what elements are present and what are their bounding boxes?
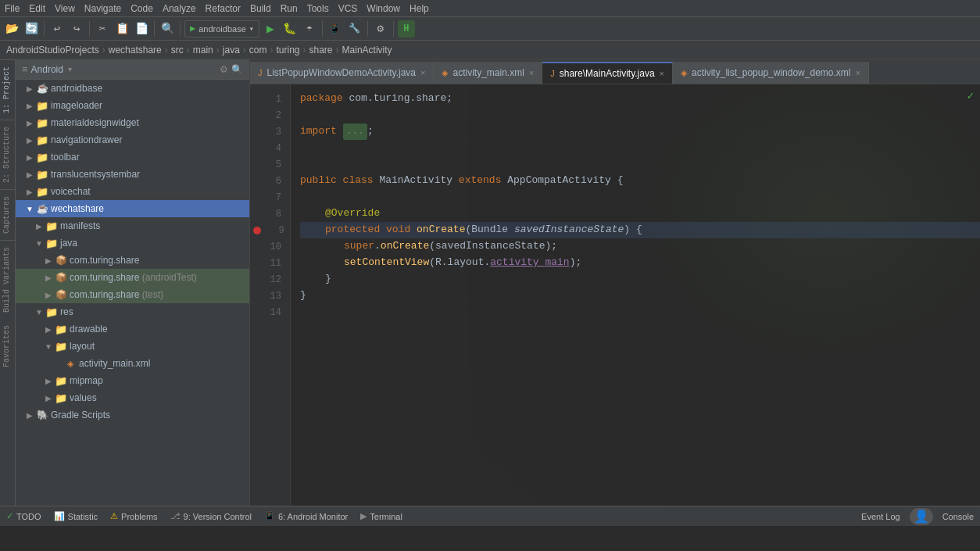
status-problems[interactable]: ⚠ Problems <box>110 511 157 521</box>
code-line-9: protected void onCreate(Bundle savedInst… <box>300 222 980 238</box>
tab-activity-main-xml-close[interactable]: × <box>529 68 534 77</box>
panel-favorites[interactable]: Favorites <box>0 319 15 374</box>
tab-activity-main-xml[interactable]: ◈ activity_main.xml × <box>434 62 542 84</box>
tree-item-translucentsystembar[interactable]: ▶ 📁 translucentsystembar <box>16 166 249 183</box>
menu-file[interactable]: File <box>5 3 20 14</box>
panel-build-variants[interactable]: Build Variants <box>0 240 15 319</box>
tree-item-gradle-scripts[interactable]: ▶ 🐘 Gradle Scripts <box>16 406 249 424</box>
status-terminal[interactable]: ▶ Terminal <box>360 511 402 521</box>
sep6 <box>367 21 368 37</box>
tab-listpopup[interactable]: J ListPopupWindowDemoActivity.java × <box>250 62 434 84</box>
avd-btn[interactable]: 📱 <box>327 20 344 38</box>
menu-tools[interactable]: Tools <box>307 3 329 14</box>
sdk-btn[interactable]: 🔧 <box>346 20 363 38</box>
tree-action-2[interactable]: 🔍 <box>231 64 243 75</box>
menu-vcs[interactable]: VCS <box>338 3 358 14</box>
tab-listpopup-close[interactable]: × <box>420 68 425 77</box>
tree-item-wechatshare[interactable]: ▼ ☕ wechatshare <box>16 200 249 217</box>
menu-view[interactable]: View <box>55 3 75 14</box>
panel-structure[interactable]: 2: Structure <box>0 120 15 189</box>
status-statistic[interactable]: 📊 Statistic <box>54 511 98 521</box>
menu-help[interactable]: Help <box>410 3 429 14</box>
code-line-2 <box>300 107 980 123</box>
tab-mainactivity-java-close[interactable]: × <box>660 69 664 78</box>
tree-item-java[interactable]: ▼ 📁 java <box>16 234 249 252</box>
breadcrumb-src[interactable]: src <box>171 45 184 55</box>
panel-project[interactable]: 1: Project <box>0 59 15 120</box>
todo-icon: ✓ <box>6 511 13 521</box>
redo-btn[interactable]: ↪ <box>68 20 85 38</box>
open-btn[interactable]: 📂 <box>3 20 20 38</box>
paste-btn[interactable]: 📄 <box>133 20 150 38</box>
status-todo[interactable]: ✓ TODO <box>6 511 41 521</box>
menu-refactor[interactable]: Refactor <box>206 3 241 14</box>
tab-mainactivity-java[interactable]: J share\MainActivity.java × <box>542 62 673 84</box>
tree-item-androidbase[interactable]: ▶ ☕ androidbase <box>16 80 249 97</box>
tree-item-toolbar[interactable]: ▶ 📁 toolbar <box>16 148 249 166</box>
status-event-log[interactable]: Event Log <box>861 512 900 521</box>
menu-analyze[interactable]: Analyze <box>163 3 196 14</box>
menu-edit[interactable]: Edit <box>29 3 45 14</box>
tab-listpopup-xml[interactable]: ◈ activity_list_popup_window_demo.xml × <box>673 62 869 84</box>
breadcrumb-main[interactable]: main <box>193 45 213 55</box>
undo-btn[interactable]: ↩ <box>48 20 66 38</box>
code-line-8: @Override <box>300 206 980 222</box>
debug-btn[interactable]: 🐛 <box>281 20 299 38</box>
menu-code[interactable]: Code <box>131 3 153 14</box>
tab-listpopup-xml-close[interactable]: × <box>855 68 860 77</box>
menu-build[interactable]: Build <box>250 3 271 14</box>
breadcrumb-turing[interactable]: turing <box>276 45 299 55</box>
terminal-label: Terminal <box>370 512 402 521</box>
tree-item-drawable[interactable]: ▶ 📁 drawable <box>16 320 249 338</box>
status-right: Event Log 👤 Console <box>861 508 974 525</box>
breadcrumb-java[interactable]: java <box>223 45 240 55</box>
sep7 <box>393 21 394 37</box>
breadcrumb-com[interactable]: com <box>249 45 267 55</box>
code-content[interactable]: ✓ package com.turing.share; import ...; <box>291 84 980 506</box>
tree-action-1[interactable]: ⚙ <box>220 64 228 75</box>
sync-btn[interactable]: 🔄 <box>23 20 40 38</box>
run-btn[interactable]: ▶ <box>262 20 279 38</box>
tree-item-materialdesignwidget[interactable]: ▶ 📁 materialdesignwidget <box>16 114 249 131</box>
run-config-dropdown[interactable]: ▶ androidbase ▾ <box>184 20 259 38</box>
tree-item-package-main[interactable]: ▶ 📦 com.turing.share <box>16 252 249 269</box>
tree-item-imageloader[interactable]: ▶ 📁 imageloader <box>16 97 249 114</box>
menu-window[interactable]: Window <box>367 3 400 14</box>
sep5 <box>322 21 323 37</box>
settings-btn[interactable]: ⚙ <box>372 20 389 38</box>
tree-item-voicechat[interactable]: ▶ 📁 voicechat <box>16 183 249 200</box>
status-android-monitor[interactable]: 📱 6: Android Monitor <box>264 511 348 521</box>
tab-mainactivity-java-label: share\MainActivity.java <box>560 68 655 79</box>
tree-item-res[interactable]: ▼ 📁 res <box>16 303 249 320</box>
menu-run[interactable]: Run <box>281 3 298 14</box>
breadcrumb-share[interactable]: share <box>309 45 333 55</box>
android-monitor-icon: 📱 <box>264 511 275 521</box>
panel-captures[interactable]: Captures <box>0 189 15 240</box>
breadcrumb-mainactivity[interactable]: MainActivity <box>342 45 392 55</box>
tab-listpopup-xml-icon: ◈ <box>681 68 687 78</box>
coverage-btn[interactable]: ☂ <box>301 20 318 38</box>
tree-item-activity-main-xml[interactable]: ▶ ◈ activity_main.xml <box>16 355 249 372</box>
status-console[interactable]: Console <box>942 512 974 521</box>
menu-navigate[interactable]: Navigate <box>84 3 121 14</box>
problems-label: Problems <box>121 512 157 521</box>
copy-btn[interactable]: 📋 <box>113 20 131 38</box>
tree-item-manifests[interactable]: ▶ 📁 manifests <box>16 217 249 234</box>
status-bar: ✓ TODO 📊 Statistic ⚠ Problems ⎇ 9: Versi… <box>0 506 980 526</box>
help-btn[interactable]: H <box>398 20 415 38</box>
status-vcs[interactable]: ⎇ 9: Version Control <box>170 511 252 521</box>
main-layout: 1: Project 2: Structure Captures Build V… <box>0 59 980 506</box>
code-editor: 1 2 3 <box>250 84 980 506</box>
tree-item-package-test[interactable]: ▶ 📦 com.turing.share (test) <box>16 286 249 303</box>
breadcrumb-wechatshare[interactable]: wechatshare <box>109 45 162 55</box>
tree-item-navigationdrawer[interactable]: ▶ 📁 navigationdrawer <box>16 131 249 148</box>
terminal-icon: ▶ <box>360 511 367 521</box>
tree-item-mipmap[interactable]: ▶ 📁 mipmap <box>16 372 249 389</box>
find-btn[interactable]: 🔍 <box>159 20 176 38</box>
tab-mainactivity-java-icon: J <box>550 69 555 78</box>
tree-item-layout[interactable]: ▼ 📁 layout <box>16 338 249 355</box>
tree-item-package-android-test[interactable]: ▶ 📦 com.turing.share (androidTest) <box>16 269 249 286</box>
cut-btn[interactable]: ✂ <box>94 20 111 38</box>
breadcrumb-androidstudioprojects[interactable]: AndroidStudioProjects <box>6 45 99 55</box>
tree-item-values[interactable]: ▶ 📁 values <box>16 389 249 406</box>
